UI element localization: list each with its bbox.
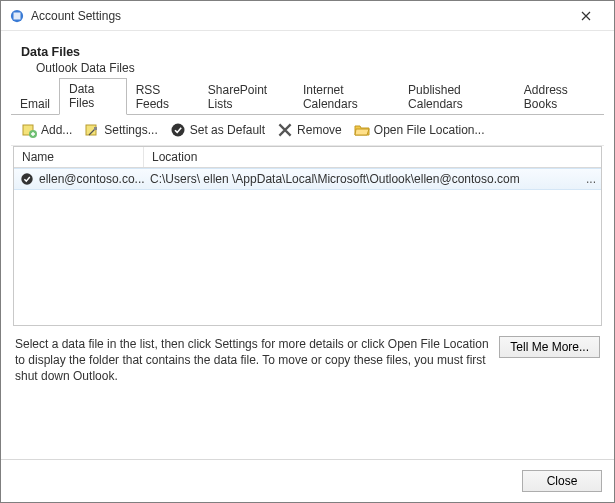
folder-open-icon [354,122,370,138]
data-file-list: Name Location ellen@contoso.co... C:\Use… [13,146,602,326]
svg-point-7 [21,173,32,184]
tab-address-books[interactable]: Address Books [515,80,604,115]
help-text: Select a data file in the list, then cli… [15,336,489,385]
open-file-location-label: Open File Location... [374,123,485,137]
tab-email[interactable]: Email [11,94,59,115]
settings-button[interactable]: Settings... [80,120,161,140]
close-button[interactable]: Close [522,470,602,492]
title-bar: Account Settings [1,1,614,31]
table-row[interactable]: ellen@contoso.co... C:\Users\ ellen \App… [14,168,601,190]
close-icon [581,11,591,21]
window-close-button[interactable] [566,2,606,30]
add-label: Add... [41,123,72,137]
tab-sharepoint-lists[interactable]: SharePoint Lists [199,80,294,115]
column-headers: Name Location [14,147,601,168]
tab-strip-container: Email Data Files RSS Feeds SharePoint Li… [1,91,614,115]
add-icon [21,122,37,138]
set-default-button[interactable]: Set as Default [166,120,269,140]
row-location-cell: C:\Users\ ellen \AppData\Local\Microsoft… [144,169,581,189]
column-header-location[interactable]: Location [144,147,601,167]
page-title: Data Files [21,45,594,59]
settings-label: Settings... [104,123,157,137]
toolbar: Add... Settings... Set as Default Remove… [11,115,604,146]
open-file-location-button[interactable]: Open File Location... [350,120,489,140]
tab-rss-feeds[interactable]: RSS Feeds [127,80,199,115]
default-badge-icon [20,172,34,186]
tab-data-files[interactable]: Data Files [59,78,127,115]
dialog-footer: Close [1,459,614,502]
row-name-cell: ellen@contoso.co... [14,169,144,189]
remove-button[interactable]: Remove [273,120,346,140]
tab-internet-calendars[interactable]: Internet Calendars [294,80,399,115]
app-icon [9,8,25,24]
tell-me-more-button[interactable]: Tell Me More... [499,336,600,358]
remove-icon [277,122,293,138]
check-circle-icon [170,122,186,138]
set-default-label: Set as Default [190,123,265,137]
remove-label: Remove [297,123,342,137]
svg-rect-1 [14,12,21,19]
settings-icon [84,122,100,138]
svg-point-6 [171,124,184,137]
row-overflow-indicator: ... [581,172,601,186]
tab-strip: Email Data Files RSS Feeds SharePoint Li… [11,91,604,115]
help-row: Select a data file in the list, then cli… [1,326,614,391]
page-subtitle: Outlook Data Files [21,61,594,75]
tab-published-calendars[interactable]: Published Calendars [399,80,515,115]
window-title: Account Settings [31,9,566,23]
add-button[interactable]: Add... [17,120,76,140]
row-name-text: ellen@contoso.co... [39,172,144,186]
column-header-name[interactable]: Name [14,147,144,167]
svg-rect-5 [94,127,97,130]
